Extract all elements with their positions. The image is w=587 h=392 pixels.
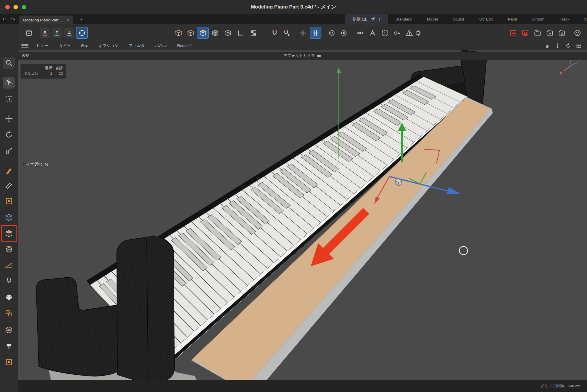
render-to-picture-viewer-icon[interactable] <box>519 27 531 39</box>
render-view-icon[interactable] <box>507 27 519 39</box>
add-tab-button[interactable]: + <box>77 16 85 23</box>
array-boxes-tool[interactable] <box>3 307 15 319</box>
viewport-nav-icons <box>544 42 582 49</box>
lock-x-axis-button[interactable]: X <box>40 28 50 38</box>
roller-tool[interactable] <box>3 340 15 352</box>
team-render-icon[interactable] <box>556 27 568 39</box>
circle-plus-icon <box>44 162 48 167</box>
grid-snap-icon[interactable] <box>310 27 321 39</box>
layout-switcher: 初期 (ユーザー) Standard Model Sculpt UV Edit … <box>345 14 587 24</box>
layout-item-initial[interactable]: 初期 (ユーザー) <box>345 14 388 24</box>
lock-y-axis-button[interactable]: Y <box>52 28 62 38</box>
wrap-deformer-tool[interactable] <box>3 324 15 336</box>
layout-item-uv-edit[interactable]: UV Edit <box>472 14 500 24</box>
texture-mode-icon[interactable] <box>247 27 259 39</box>
scale-tool[interactable] <box>3 145 15 156</box>
pan-hand-icon[interactable] <box>544 42 551 49</box>
menu-redshift[interactable]: Redshift <box>172 43 197 48</box>
axis-label-x: X <box>559 70 563 76</box>
sphere-tool[interactable] <box>3 291 15 303</box>
window-titlebar: Modeling Piano Part 3.c4d * - メイン <box>0 0 587 14</box>
isolate-selection-icon[interactable] <box>379 27 391 39</box>
object-axis-mode-icon[interactable] <box>222 27 234 39</box>
tab-title: Modeling Piano Part ... <box>23 18 63 22</box>
selection-header-total: 合計 <box>53 65 63 71</box>
layout-item-standard[interactable]: Standard <box>388 14 419 24</box>
annotation-tool-icon[interactable] <box>367 27 378 39</box>
polygon-frame-tool[interactable] <box>3 195 15 207</box>
grid-spacing-label: グリッド間隔 : 500 cm <box>540 383 581 389</box>
menu-panel[interactable]: パネル <box>150 43 172 48</box>
history-icon[interactable] <box>23 27 35 39</box>
workplane-mode-icon[interactable] <box>234 27 246 39</box>
rotate-tool[interactable] <box>3 129 15 140</box>
selection-selected-count: 1 <box>44 71 52 77</box>
keyframe-lock-icon[interactable] <box>391 27 403 39</box>
knife-tool[interactable] <box>3 180 15 191</box>
snap-toggle-icon[interactable] <box>269 27 280 39</box>
layout-item-groom[interactable]: Groom <box>524 14 552 24</box>
zoom-window-button[interactable] <box>22 5 26 9</box>
rectangle-selection-tool[interactable] <box>3 93 15 105</box>
dolly-icon[interactable] <box>554 42 561 49</box>
ramp-tool[interactable] <box>3 259 15 271</box>
viewport: Y Z X 透視 デフォルトカメラ 選択 合計 ポリゴン 1 22 <box>18 50 587 392</box>
tab-bar: ↶ ↷ Modeling Piano Part ... × + 初期 (ユーザー… <box>0 14 587 24</box>
visibility-icon[interactable] <box>354 27 366 39</box>
hamburger-menu-icon[interactable] <box>21 44 28 47</box>
live-selection-tool[interactable] <box>3 77 15 89</box>
bell-deformer-tool[interactable] <box>3 274 15 286</box>
viewport-canvas[interactable]: Y Z X <box>18 50 587 392</box>
menu-options[interactable]: オプション <box>94 43 124 48</box>
selection-row-label: ポリゴン <box>23 71 43 77</box>
redo-icon[interactable]: ↷ <box>9 16 18 23</box>
render-queue-icon[interactable] <box>544 27 556 39</box>
menu-view[interactable]: ビュー <box>31 43 53 48</box>
layout-item-track[interactable]: Track <box>552 14 577 24</box>
axis-center-icon[interactable] <box>338 27 350 39</box>
menu-display[interactable]: 表示 <box>76 43 94 48</box>
coordinate-system-icon[interactable] <box>76 27 88 39</box>
minimize-window-button[interactable] <box>14 5 18 9</box>
toggle-panes-icon[interactable] <box>575 42 582 49</box>
snap-settings-icon[interactable] <box>281 27 292 39</box>
cube-rotate-tool[interactable] <box>3 244 15 255</box>
traffic-lights <box>5 0 26 14</box>
close-window-button[interactable] <box>5 5 10 9</box>
selection-total-count: 22 <box>53 71 63 77</box>
viewport-header: 透視 デフォルトカメラ <box>18 52 587 60</box>
document-tab[interactable]: Modeling Piano Part ... × <box>19 16 73 24</box>
layout-item-model[interactable]: Model <box>419 14 446 24</box>
lock-z-axis-button[interactable]: Z <box>64 28 74 38</box>
active-tool-label: ライブ選択 <box>22 162 48 167</box>
axis-rings-icon[interactable] <box>326 27 338 39</box>
magic-solo-face-icon[interactable] <box>571 27 583 39</box>
points-mode-icon[interactable] <box>173 27 184 39</box>
move-tool[interactable] <box>3 113 15 124</box>
orbit-icon[interactable] <box>565 42 572 49</box>
close-tab-icon[interactable]: × <box>67 18 69 23</box>
selection-header-selected: 選択 <box>44 65 52 71</box>
window-title: Modeling Piano Part 3.c4d * - メイン <box>0 4 587 10</box>
modeling-settings-icon[interactable] <box>412 27 424 39</box>
camera-icon <box>317 54 321 58</box>
model-mode-icon[interactable] <box>209 27 221 39</box>
piano-cheek-block <box>117 237 174 387</box>
search-icon[interactable] <box>3 57 15 69</box>
primitive-cube-tool[interactable] <box>3 211 15 223</box>
polygons-mode-icon[interactable] <box>197 27 209 39</box>
view-type-label[interactable]: 透視 <box>21 53 29 58</box>
viewport-status-bar: グリッド間隔 : 500 cm <box>18 380 587 392</box>
edges-mode-icon[interactable] <box>185 27 196 39</box>
undo-icon[interactable]: ↶ <box>0 16 9 23</box>
menu-camera[interactable]: カメラ <box>53 43 75 48</box>
pen-tool[interactable] <box>3 165 15 177</box>
render-settings-icon[interactable] <box>532 27 543 39</box>
layout-item-paint[interactable]: Paint <box>500 14 525 24</box>
frame-region-tool[interactable] <box>3 356 15 368</box>
grid-quantize-icon[interactable] <box>297 27 309 39</box>
menu-filter[interactable]: フィルタ <box>124 43 150 48</box>
layout-item-sculpt[interactable]: Sculpt <box>445 14 472 24</box>
application-window: Modeling Piano Part 3.c4d * - メイン ↶ ↷ Mo… <box>0 0 587 392</box>
layout-item-cutoff[interactable]: S <box>577 14 587 24</box>
